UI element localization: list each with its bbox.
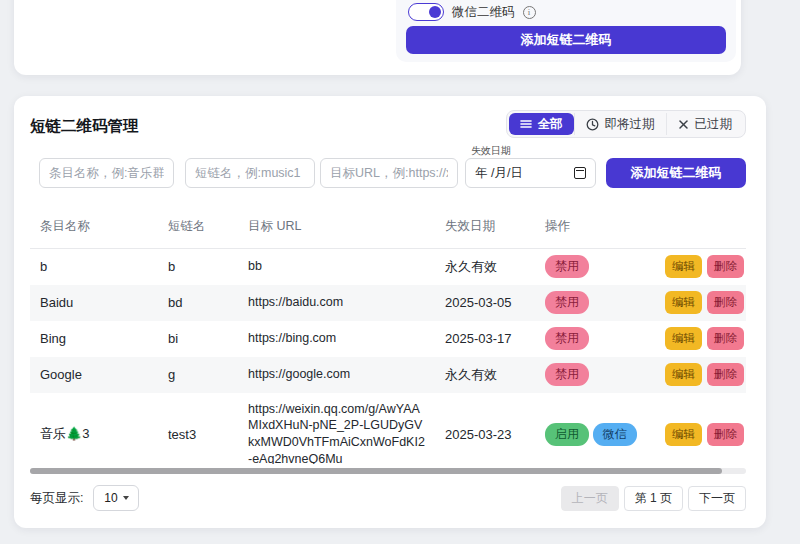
horizontal-scrollbar-track[interactable]: [30, 468, 746, 474]
status-badge[interactable]: 禁用: [545, 255, 589, 278]
cell-url: https://bing.com: [238, 321, 435, 357]
page-indicator: 第 1 页: [624, 486, 683, 511]
status-badge[interactable]: 禁用: [545, 363, 589, 386]
horizontal-scrollbar-thumb[interactable]: [30, 468, 722, 474]
tab-expiring-label: 即将过期: [605, 116, 655, 133]
table-footer: 每页显示: 10 上一页 第 1 页 下一页: [30, 484, 746, 512]
next-page-button[interactable]: 下一页: [688, 486, 746, 511]
status-badge[interactable]: 禁用: [545, 291, 589, 314]
edit-button[interactable]: 编辑: [665, 255, 702, 278]
tab-expiring[interactable]: 即将过期: [574, 113, 666, 135]
cell-expiry: 2025-03-05: [435, 285, 535, 321]
cell-slug: bd: [158, 285, 238, 321]
shortlink-table-wrapper: 条目名称 短链名 目标 URL 失效日期 操作 b b bb 永久有效 禁用 编…: [30, 210, 746, 464]
cell-url: bb: [238, 249, 435, 285]
date-placeholder: 年 /月/日: [475, 165, 523, 182]
delete-button[interactable]: 删除: [707, 291, 744, 314]
page-size-select[interactable]: 10: [93, 485, 139, 511]
delete-button[interactable]: 删除: [707, 423, 744, 446]
col-header-blank: [655, 210, 746, 249]
tab-all[interactable]: 全部: [509, 113, 574, 135]
status-badge[interactable]: 禁用: [545, 327, 589, 350]
col-header-url: 目标 URL: [238, 210, 435, 249]
table-row: Baidu bd https://baidu.com 2025-03-05 禁用…: [30, 285, 746, 321]
cell-name: Google: [30, 357, 158, 393]
wechat-option-panel: 微信二维码 i 添加短链二维码: [396, 0, 736, 62]
cell-expiry: 永久有效: [435, 357, 535, 393]
toggle-knob: [429, 6, 441, 18]
page-size-control: 每页显示: 10: [30, 485, 139, 511]
cell-url: https://google.com: [238, 357, 435, 393]
prev-page-button[interactable]: 上一页: [561, 486, 619, 511]
entry-name-input[interactable]: [39, 158, 174, 188]
chevron-down-icon: [123, 496, 129, 500]
target-url-input[interactable]: [320, 158, 458, 188]
info-icon[interactable]: i: [523, 6, 536, 19]
expiry-date-label: 失效日期: [471, 144, 511, 158]
table-row: Google g https://google.com 永久有效 禁用 编辑 删…: [30, 357, 746, 393]
col-header-expiry: 失效日期: [435, 210, 535, 249]
status-badge[interactable]: 启用: [545, 423, 589, 446]
cell-slug: g: [158, 357, 238, 393]
wechat-tag-badge[interactable]: 微信: [593, 423, 637, 446]
shortlink-manager-card: 短链二维码管理 全部 即将过期 已过期 失效日期 年 /月/日 添加短链二维码: [14, 96, 766, 528]
cell-slug: bi: [158, 321, 238, 357]
delete-button[interactable]: 删除: [707, 363, 744, 386]
shortlink-table: 条目名称 短链名 目标 URL 失效日期 操作 b b bb 永久有效 禁用 编…: [30, 210, 746, 464]
cell-name: Bing: [30, 321, 158, 357]
pagination: 上一页 第 1 页 下一页: [561, 486, 746, 511]
table-row: 音乐🌲3 test3 https://weixin.qq.com/g/AwYAA…: [30, 393, 746, 465]
cell-slug: b: [158, 249, 238, 285]
table-row: Bing bi https://bing.com 2025-03-17 禁用 编…: [30, 321, 746, 357]
cell-name: Baidu: [30, 285, 158, 321]
page-size-value: 10: [104, 491, 117, 505]
table-row: b b bb 永久有效 禁用 编辑 删除 二维码: [30, 249, 746, 285]
edit-button[interactable]: 编辑: [665, 291, 702, 314]
col-header-name: 条目名称: [30, 210, 158, 249]
status-filter-tabs: 全部 即将过期 已过期: [506, 110, 747, 138]
clock-icon: [586, 118, 599, 131]
delete-button[interactable]: 删除: [707, 255, 744, 278]
calendar-icon[interactable]: [574, 167, 586, 179]
list-icon: [520, 118, 532, 130]
expiry-date-input[interactable]: 年 /月/日: [465, 158, 596, 188]
wechat-toggle-row: 微信二维码 i: [408, 2, 536, 22]
cell-expiry: 2025-03-17: [435, 321, 535, 357]
page-title: 短链二维码管理: [30, 116, 139, 137]
add-shortlink-qrcode-button[interactable]: 添加短链二维码: [606, 158, 746, 188]
wechat-qrcode-toggle[interactable]: [408, 3, 444, 21]
edit-button[interactable]: 编辑: [665, 363, 702, 386]
wechat-toggle-label: 微信二维码: [452, 4, 515, 21]
add-shortlink-qrcode-button[interactable]: 添加短链二维码: [406, 26, 726, 54]
cell-slug: test3: [158, 393, 238, 465]
slug-input[interactable]: [185, 158, 315, 188]
col-header-slug: 短链名: [158, 210, 238, 249]
cell-expiry: 永久有效: [435, 249, 535, 285]
cell-expiry: 2025-03-23: [435, 393, 535, 465]
cell-url: https://baidu.com: [238, 285, 435, 321]
add-qrcode-form-card: 微信二维码 i 添加短链二维码: [14, 0, 741, 75]
x-icon: [678, 119, 689, 130]
tab-all-label: 全部: [538, 116, 563, 133]
col-header-actions: 操作: [535, 210, 655, 249]
tab-expired[interactable]: 已过期: [666, 113, 744, 135]
cell-name: b: [30, 249, 158, 285]
edit-button[interactable]: 编辑: [665, 327, 702, 350]
delete-button[interactable]: 删除: [707, 327, 744, 350]
tab-expired-label: 已过期: [695, 116, 733, 133]
edit-button[interactable]: 编辑: [665, 423, 702, 446]
cell-name: 音乐🌲3: [30, 393, 158, 465]
page-size-label: 每页显示:: [30, 490, 83, 507]
cell-url: https://weixin.qq.com/g/AwYAAMIxdXHuN-pN…: [238, 393, 435, 465]
